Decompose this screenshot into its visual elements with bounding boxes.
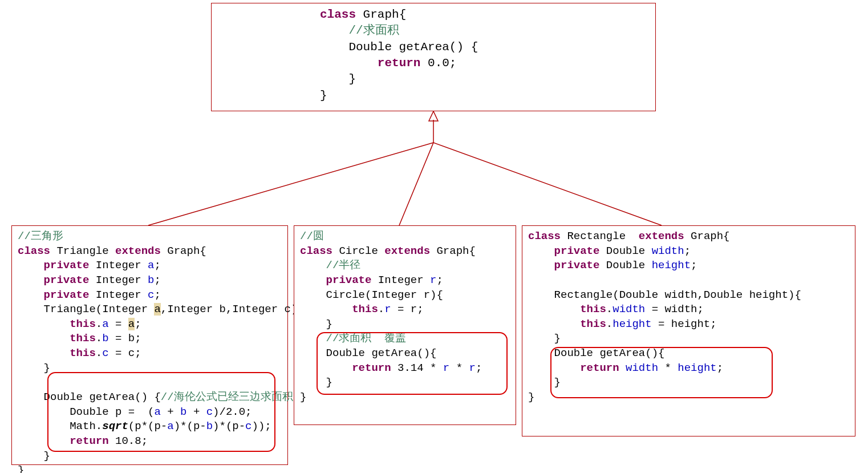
rectangle-class-box: class Rectangle extends Graph{ private D… <box>522 225 855 436</box>
circle-class-box: //圆 class Circle extends Graph{ //半径 pri… <box>294 225 516 425</box>
svg-line-2 <box>148 143 433 225</box>
svg-line-4 <box>433 143 662 225</box>
svg-marker-1 <box>429 111 438 121</box>
circle-code: //圆 class Circle extends Graph{ //半径 pri… <box>294 226 516 409</box>
triangle-code: //三角形 class Triangle extends Graph{ priv… <box>12 226 287 473</box>
graph-class-box: class Graph{ //求面积 Double getArea() { re… <box>211 3 656 111</box>
rectangle-code: class Rectangle extends Graph{ private D… <box>522 226 855 409</box>
triangle-class-box: //三角形 class Triangle extends Graph{ priv… <box>11 225 288 465</box>
graph-code: class Graph{ //求面积 Double getArea() { re… <box>212 3 655 107</box>
svg-line-3 <box>399 143 433 225</box>
